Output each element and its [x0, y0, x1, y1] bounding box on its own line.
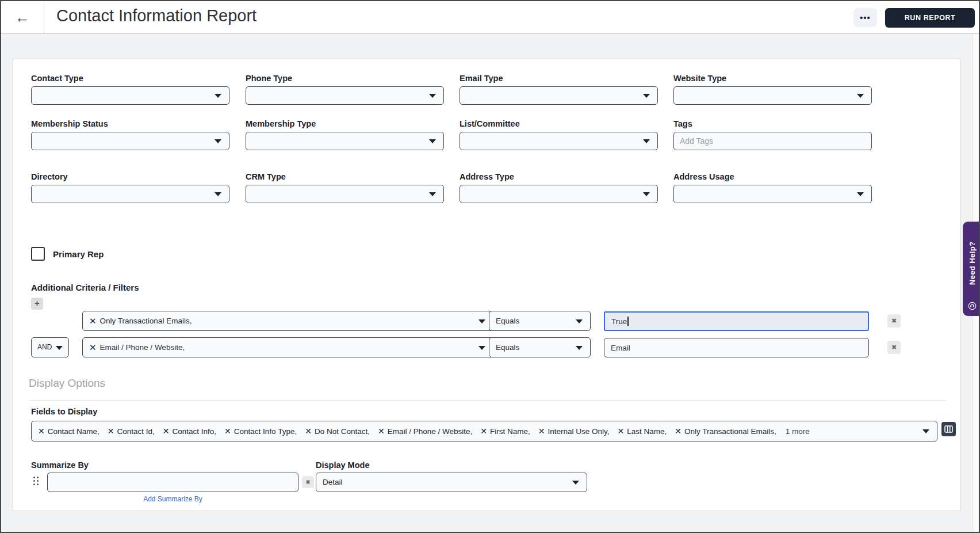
criteria-row: ✕ Only Transactional Emails, Equals True…	[13, 311, 960, 331]
section-divider	[29, 400, 946, 401]
chevron-down-icon	[215, 192, 221, 196]
remove-chip-icon[interactable]: ✕	[163, 427, 170, 436]
remove-criteria-button[interactable]: ✖	[887, 314, 901, 328]
phone-type-select[interactable]	[246, 86, 444, 105]
conjunction-value: AND	[37, 343, 52, 351]
chevron-down-icon	[643, 94, 650, 98]
email-type-label: Email Type	[460, 74, 503, 83]
ellipsis-icon: •••	[860, 13, 871, 22]
criteria-operator-value: Equals	[496, 343, 519, 352]
remove-criteria-button[interactable]: ✖	[887, 341, 901, 354]
add-criteria-button[interactable]: +	[31, 298, 43, 310]
more-options-button[interactable]: •••	[853, 8, 877, 27]
chevron-down-icon	[576, 346, 583, 350]
criteria-operator-select[interactable]: Equals	[489, 311, 591, 331]
remove-chip-icon[interactable]: ✕	[305, 427, 312, 436]
chevron-down-icon	[429, 139, 436, 143]
plus-icon: +	[35, 298, 40, 308]
chevron-down-icon	[215, 94, 221, 98]
fields-to-display-select[interactable]: ✕Contact Name, ✕Contact Id, ✕Contact Inf…	[31, 421, 937, 441]
directory-label: Directory	[31, 172, 68, 181]
tags-input[interactable]	[673, 132, 872, 150]
primary-rep-label: Primary Rep	[53, 249, 104, 259]
list-committee-select[interactable]	[460, 132, 658, 150]
chevron-down-icon	[56, 346, 63, 350]
remove-chip-icon[interactable]: ✕	[480, 427, 487, 436]
chevron-down-icon	[643, 139, 650, 143]
field-chip: ✕Contact Name,	[38, 427, 99, 436]
add-summarize-by-link[interactable]: Add Summarize By	[47, 495, 298, 503]
criteria-value-input[interactable]: True	[604, 311, 869, 331]
field-chip: ✕First Name,	[480, 427, 530, 436]
crm-type-label: CRM Type	[246, 172, 286, 181]
crm-type-select[interactable]	[246, 185, 444, 203]
display-mode-select[interactable]: Detail	[316, 473, 587, 492]
display-options-title: Display Options	[29, 377, 105, 390]
summary-section: Summarize By Display Mode ✖ Add Summariz…	[13, 460, 960, 509]
clear-selection-icon[interactable]: ✕	[89, 316, 97, 326]
summarize-by-input[interactable]	[47, 473, 298, 492]
drag-handle-icon[interactable]	[33, 477, 39, 485]
clear-selection-icon[interactable]: ✕	[89, 342, 97, 353]
remove-icon: ✖	[891, 344, 897, 351]
remove-icon: ✖	[891, 317, 897, 324]
manage-columns-button[interactable]	[941, 422, 956, 436]
remove-chip-icon[interactable]: ✕	[378, 427, 385, 436]
text-cursor	[627, 317, 629, 326]
field-chip: ✕Contact Id,	[108, 427, 155, 436]
remove-chip-icon[interactable]: ✕	[108, 427, 114, 436]
address-usage-select[interactable]	[673, 185, 872, 203]
chevron-down-icon	[429, 94, 436, 98]
columns-icon	[944, 425, 953, 433]
conjunction-select[interactable]: AND	[31, 337, 69, 357]
criteria-value-text: True	[611, 317, 627, 326]
membership-status-select[interactable]	[31, 132, 229, 150]
remove-chip-icon[interactable]: ✕	[618, 427, 625, 436]
website-type-label: Website Type	[673, 74, 726, 83]
clear-summarize-button[interactable]: ✖	[302, 476, 314, 488]
criteria-operator-select[interactable]: Equals	[489, 337, 591, 357]
criteria-field-value: Email / Phone / Website,	[100, 343, 185, 352]
page-title: Contact Information Report	[56, 6, 257, 25]
chevron-down-icon	[429, 192, 436, 196]
tags-label: Tags	[673, 119, 692, 128]
remove-chip-icon[interactable]: ✕	[224, 427, 231, 436]
criteria-row: AND ✕ Email / Phone / Website, Equals Em…	[13, 337, 960, 357]
screen: ← Contact Information Report ••• RUN REP…	[0, 0, 980, 533]
chevron-down-icon	[857, 192, 864, 196]
need-help-label: Need Help?	[968, 229, 977, 298]
contact-type-select[interactable]	[31, 86, 229, 105]
membership-type-select[interactable]	[246, 132, 444, 150]
primary-rep-row[interactable]: Primary Rep	[31, 247, 104, 261]
field-chip: ✕Do Not Contact,	[305, 427, 370, 436]
website-type-select[interactable]	[673, 86, 872, 105]
chevron-down-icon	[215, 139, 221, 143]
directory-select[interactable]	[31, 185, 229, 203]
criteria-field-select[interactable]: ✕ Email / Phone / Website,	[82, 337, 493, 357]
need-help-tab[interactable]: Need Help?	[963, 222, 980, 316]
criteria-field-select[interactable]: ✕ Only Transactional Emails,	[82, 311, 493, 331]
address-type-select[interactable]	[460, 185, 658, 203]
address-type-label: Address Type	[460, 172, 514, 181]
remove-chip-icon[interactable]: ✕	[38, 427, 45, 436]
contact-type-label: Contact Type	[31, 74, 83, 83]
remove-chip-icon[interactable]: ✕	[538, 427, 545, 436]
membership-type-label: Membership Type	[246, 119, 316, 128]
criteria-value-text: Email	[611, 344, 630, 352]
field-chip: ✕Contact Info,	[163, 427, 216, 436]
criteria-value-input[interactable]: Email	[604, 338, 869, 357]
field-chip: ✕Last Name,	[618, 427, 667, 436]
phone-type-label: Phone Type	[246, 74, 292, 83]
email-type-select[interactable]	[460, 86, 658, 105]
display-mode-value: Detail	[323, 478, 343, 486]
list-committee-label: List/Committee	[460, 119, 520, 128]
back-button[interactable]: ←	[1, 1, 44, 33]
remove-chip-icon[interactable]: ✕	[675, 427, 682, 436]
criteria-operator-value: Equals	[496, 317, 519, 325]
run-report-button[interactable]: RUN REPORT	[885, 8, 975, 28]
primary-rep-checkbox[interactable]	[31, 247, 45, 261]
report-filters-card: Contact Type Phone Type Email Type Websi…	[13, 59, 960, 511]
chevron-down-icon	[576, 319, 583, 323]
address-usage-label: Address Usage	[673, 172, 734, 181]
field-chip: ✕Only Transactional Emails,	[675, 427, 776, 436]
